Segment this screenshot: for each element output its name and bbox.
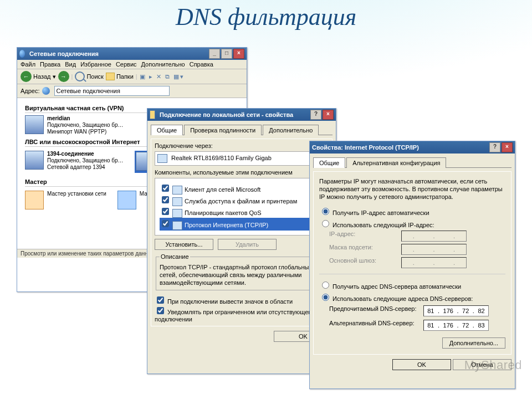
close-button[interactable]: × xyxy=(502,142,513,152)
mask-label: Маска подсети: xyxy=(329,244,401,255)
connection-icon xyxy=(25,115,44,134)
minimize-button[interactable]: _ xyxy=(209,49,220,59)
tab-auth[interactable]: Проверка подлинности xyxy=(184,125,262,135)
toolbar: ←Назад ▾ → | Поиск Папки | ▣ ▸ ✕ ⧉ ▦▾ xyxy=(17,69,247,84)
menu-view[interactable]: Вид xyxy=(65,61,76,68)
wizard-icon xyxy=(25,191,44,209)
radio-ip-static[interactable] xyxy=(322,220,329,227)
client-icon xyxy=(172,186,182,195)
tab-alternate[interactable]: Альтернативная конфигурация xyxy=(346,157,446,168)
adapter-name: Realtek RTL8169/8110 Family Gigab xyxy=(171,155,272,161)
list-item[interactable]: Клиент для сетей Microsoft xyxy=(160,183,324,195)
window-title: Сетевые подключения xyxy=(29,50,99,57)
mask-input: ... xyxy=(401,244,467,255)
ip-input: ... xyxy=(401,231,467,242)
component-checkbox[interactable] xyxy=(162,196,169,203)
search-icon xyxy=(75,71,85,81)
dialog-lan-properties: Подключение по локальной сети - свойства… xyxy=(147,108,336,374)
network-icon xyxy=(19,50,27,58)
wizard-icon xyxy=(117,191,136,209)
toolbar-extra-icons[interactable]: ▣ ▸ ✕ ⧉ ▦▾ xyxy=(140,73,185,80)
folder-icon xyxy=(106,73,115,80)
connection-icon xyxy=(25,151,44,170)
list-item-selected[interactable]: Протокол Интернета (TCP/IP) xyxy=(160,218,324,231)
cancel-button[interactable]: Отмена xyxy=(453,359,511,370)
description-text: Протокол TCP/IP - стандартный протокол г… xyxy=(160,263,324,287)
connection-icon xyxy=(150,111,157,119)
ip-label: IP-адрес: xyxy=(329,231,401,242)
address-icon xyxy=(42,87,50,95)
address-bar: Адрес: xyxy=(17,84,247,98)
radio-ip-auto[interactable] xyxy=(322,208,329,215)
menu-edit[interactable]: Правка xyxy=(40,61,60,68)
titlebar[interactable]: Свойства: Internet Protocol (TCP/IP) ? × xyxy=(310,141,515,154)
component-checkbox[interactable] xyxy=(162,208,169,215)
tab-advanced[interactable]: Дополнительно xyxy=(263,125,319,135)
address-input[interactable] xyxy=(54,86,170,96)
components-label: Компоненты, используемые этим подключени… xyxy=(155,169,329,176)
dialog-title: Свойства: Internet Protocol (TCP/IP) xyxy=(312,144,419,151)
titlebar[interactable]: Подключение по локальной сети - свойства… xyxy=(147,109,336,121)
titlebar[interactable]: Сетевые подключения _ □ × xyxy=(17,48,247,60)
service-icon xyxy=(172,197,182,206)
tab-general[interactable]: Общие xyxy=(313,157,345,168)
dns1-input[interactable]: 81 . 176 . 72 . 82 xyxy=(423,305,489,316)
tray-icon-checkbox[interactable] xyxy=(157,296,164,304)
tcpip-icon xyxy=(172,221,182,230)
components-list[interactable]: Клиент для сетей Microsoft Служба доступ… xyxy=(155,178,329,236)
radio-dns-auto[interactable] xyxy=(322,282,329,289)
gateway-input: ... xyxy=(401,257,467,268)
tab-general[interactable]: Общие xyxy=(151,125,183,135)
menu-advanced[interactable]: Дополнительно xyxy=(141,61,185,68)
back-button[interactable]: ←Назад ▾ xyxy=(21,71,56,82)
conn-1394[interactable]: 1394-соединениеПодключено, Защищено бр…С… xyxy=(25,151,124,173)
dialog-title: Подключение по локальной сети - свойства xyxy=(160,111,293,118)
tabstrip: Общие Проверка подлинности Дополнительно xyxy=(151,124,332,135)
dns2-label: Альтернативный DNS-сервер: xyxy=(329,320,423,331)
qos-icon xyxy=(172,209,182,218)
dialog-tcpip-properties: Свойства: Internet Protocol (TCP/IP) ? ×… xyxy=(309,141,515,389)
slide-title: DNS фильтрация xyxy=(0,3,532,31)
address-label: Адрес: xyxy=(21,88,40,94)
wizard-setup[interactable]: Мастер установки сети xyxy=(25,191,106,209)
close-button[interactable]: × xyxy=(233,49,244,59)
advanced-button[interactable]: Дополнительно... xyxy=(442,337,505,349)
close-button[interactable]: × xyxy=(323,110,334,120)
help-button[interactable]: ? xyxy=(489,142,500,152)
menu-file[interactable]: Файл xyxy=(21,61,35,68)
component-checkbox[interactable] xyxy=(162,220,169,227)
install-button[interactable]: Установить... xyxy=(155,239,213,250)
connect-via-label: Подключение через: xyxy=(155,142,329,149)
ok-button[interactable]: OK xyxy=(392,359,451,370)
menu-help[interactable]: Справка xyxy=(190,61,213,68)
dns1-label: Предпочитаемый DNS-сервер: xyxy=(329,305,423,316)
remove-button: Удалить xyxy=(218,239,277,250)
menubar: Файл Правка Вид Избранное Сервис Дополни… xyxy=(17,60,247,69)
conn-meridian[interactable]: meridianПодключено, Защищено бр…Минипорт… xyxy=(25,115,147,135)
forward-button[interactable]: → xyxy=(58,71,69,82)
search-button[interactable]: Поиск xyxy=(75,71,103,81)
adapter-icon xyxy=(157,154,167,163)
help-button[interactable]: ? xyxy=(310,110,321,120)
gateway-label: Основной шлюз: xyxy=(329,257,401,268)
dns2-input[interactable]: 81 . 176 . 72 . 83 xyxy=(423,320,489,331)
tabstrip: Общие Альтернативная конфигурация xyxy=(313,157,511,168)
intro-text: Параметры IP могут назначаться автоматич… xyxy=(319,177,505,201)
radio-dns-static[interactable] xyxy=(322,294,329,301)
folders-button[interactable]: Папки xyxy=(106,73,134,80)
menu-tools[interactable]: Сервис xyxy=(116,61,137,68)
menu-favorites[interactable]: Избранное xyxy=(80,61,111,68)
maximize-button[interactable]: □ xyxy=(221,49,232,59)
component-checkbox[interactable] xyxy=(162,185,169,192)
description-group: Описание xyxy=(160,253,190,260)
list-item[interactable]: Планировщик пакетов QoS xyxy=(160,206,324,218)
list-item[interactable]: Служба доступа к файлам и принтерам xyxy=(160,195,324,206)
notify-checkbox[interactable] xyxy=(157,307,164,314)
